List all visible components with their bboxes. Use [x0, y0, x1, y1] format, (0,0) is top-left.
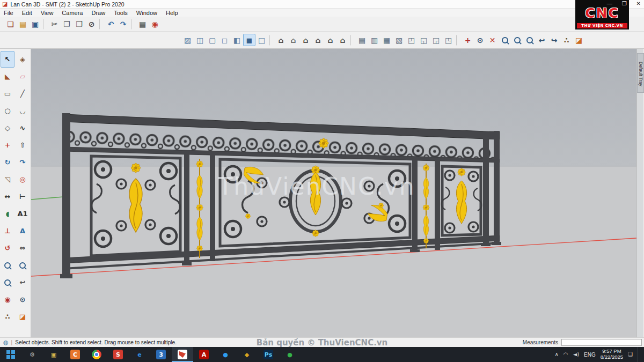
iso-view-button[interactable]: ⌂: [275, 34, 287, 46]
previous-view-tool[interactable]: ↩: [16, 274, 30, 291]
print-button[interactable]: ▦: [136, 18, 149, 30]
tape-measure-tool[interactable]: ↔: [1, 188, 14, 205]
shaded-textures-style-button[interactable]: ◼: [243, 34, 255, 46]
wireframe-style-button[interactable]: ▢: [206, 34, 218, 46]
rotate-tool[interactable]: ↻: [1, 154, 14, 171]
menu-camera[interactable]: Camera: [62, 10, 83, 16]
start-button[interactable]: [0, 347, 21, 362]
monochrome-style-button[interactable]: □: [255, 34, 268, 46]
copy-button[interactable]: ❐: [61, 18, 73, 30]
pan-tool[interactable]: ⇔: [16, 240, 30, 256]
volume-icon[interactable]: ◄): [573, 352, 580, 357]
solid-trim-button[interactable]: ◰: [405, 34, 418, 46]
taskbar-edge-app[interactable]: e: [129, 347, 150, 362]
show-desktop-button[interactable]: [638, 347, 640, 362]
redo-button[interactable]: ↷: [117, 18, 129, 30]
3d-text-tool[interactable]: A: [16, 223, 30, 239]
erase-button[interactable]: ⊘: [85, 18, 98, 30]
model-info-button[interactable]: ◉: [149, 18, 161, 30]
model-viewport[interactable]: ThuVienCNC.vn: [31, 49, 636, 337]
axes-tool[interactable]: ⊥: [1, 223, 14, 239]
solid-split-button[interactable]: ◱: [418, 34, 430, 46]
geolocation-icon[interactable]: ◍: [3, 339, 9, 346]
taskbar-photoshop-app[interactable]: Ps: [258, 347, 279, 362]
separator[interactable]: [456, 35, 460, 46]
section-plane-button[interactable]: ◪: [573, 34, 585, 46]
arc-tool[interactable]: ◡: [16, 102, 30, 119]
zoom-extents-tool[interactable]: [1, 274, 14, 291]
language-indicator[interactable]: ENG: [584, 352, 596, 358]
text-tool[interactable]: A1: [16, 205, 30, 222]
menu-window[interactable]: Window: [136, 10, 157, 16]
minimize-button[interactable]: —: [607, 1, 612, 6]
separator[interactable]: [43, 19, 47, 29]
zoom-window-tool[interactable]: [16, 257, 30, 274]
solid-intersect-button[interactable]: ▥: [368, 34, 380, 46]
back-view-button[interactable]: ⌂: [324, 34, 336, 46]
position-camera-button[interactable]: +: [462, 34, 474, 46]
rectangle-tool[interactable]: ▭: [1, 85, 14, 102]
cut-button[interactable]: ✂: [48, 18, 61, 30]
taskbar-chrome-app[interactable]: [86, 347, 107, 362]
hidden-line-style-button[interactable]: ◻: [218, 34, 231, 46]
polygon-tool[interactable]: ◇: [1, 120, 14, 136]
make-component-tool[interactable]: ◈: [16, 51, 30, 68]
menu-view[interactable]: View: [41, 10, 54, 16]
circle-tool[interactable]: ○: [1, 102, 14, 119]
scale-tool[interactable]: ◹: [1, 171, 14, 188]
taskbar-tools-app[interactable]: ⚙: [21, 347, 43, 362]
position-camera-tool[interactable]: ◉: [1, 291, 14, 308]
solid-subtract-button[interactable]: ▧: [393, 34, 405, 46]
taskbar-clock[interactable]: 9:57 PM 8/22/2025: [601, 349, 623, 360]
orbit-tool[interactable]: ↺: [1, 240, 14, 256]
zoom-button[interactable]: [499, 34, 511, 46]
taskbar-acrobat-app[interactable]: A: [193, 347, 215, 362]
protractor-tool[interactable]: ◖: [1, 205, 14, 222]
select-tool[interactable]: ↖: [1, 51, 14, 68]
zoom-extents-button[interactable]: [523, 34, 536, 46]
delete-guides-button[interactable]: ✕: [486, 34, 499, 46]
freehand-tool[interactable]: ∿: [16, 120, 30, 136]
separator[interactable]: [99, 19, 103, 29]
dimension-tool[interactable]: ⊢: [16, 188, 30, 205]
menu-tools[interactable]: Tools: [114, 10, 128, 16]
taskbar-green-app[interactable]: ●: [279, 347, 301, 362]
measurements-input[interactable]: [561, 339, 642, 346]
look-around-tool[interactable]: ⊙: [16, 291, 30, 308]
taskbar-gold-app[interactable]: ◆: [236, 347, 258, 362]
look-around-button[interactable]: ⊙: [474, 34, 486, 46]
back-edges-style-button[interactable]: ◫: [194, 34, 206, 46]
separator[interactable]: [269, 35, 273, 46]
network-icon[interactable]: ◠: [564, 352, 568, 357]
taskbar-blue-3-app[interactable]: 3: [150, 347, 172, 362]
previous-view-button[interactable]: ↩: [536, 34, 548, 46]
tray-expand-icon[interactable]: ∧: [554, 352, 558, 357]
save-button[interactable]: ▣: [29, 18, 41, 30]
taskbar-sketchup-app[interactable]: [172, 347, 193, 362]
separator[interactable]: [350, 35, 354, 46]
zoom-window-button[interactable]: [511, 34, 523, 46]
walk-button[interactable]: ∴: [560, 34, 573, 46]
section-plane-tool[interactable]: ◪: [16, 308, 30, 325]
shaded-style-button[interactable]: ◧: [231, 34, 243, 46]
open-button[interactable]: ▤: [17, 18, 29, 30]
default-tray-tab[interactable]: Default Tray: [637, 53, 644, 93]
solid-union-button[interactable]: ▦: [380, 34, 393, 46]
taskbar-browser-app[interactable]: ●: [215, 347, 236, 362]
eraser-tool[interactable]: ▱: [16, 68, 30, 85]
taskbar-folder-app[interactable]: ▣: [43, 347, 64, 362]
walk-tool[interactable]: ∴: [1, 308, 14, 325]
maximize-button[interactable]: ❐: [622, 1, 627, 6]
close-button[interactable]: ✕: [636, 1, 641, 6]
solid-outer-shell-button[interactable]: ▤: [356, 34, 368, 46]
top-view-button[interactable]: ⌂: [287, 34, 299, 46]
menu-help[interactable]: Help: [166, 10, 178, 16]
xray-style-button[interactable]: ▨: [181, 34, 194, 46]
menu-edit[interactable]: Edit: [22, 10, 32, 16]
zoom-tool[interactable]: [1, 257, 14, 274]
action-center-icon[interactable]: ❏: [628, 352, 633, 357]
paint-bucket-tool[interactable]: ◣: [1, 68, 14, 85]
offset-tool[interactable]: ◎: [16, 171, 30, 188]
undo-button[interactable]: ↶: [105, 18, 117, 30]
right-view-button[interactable]: ⌂: [312, 34, 324, 46]
